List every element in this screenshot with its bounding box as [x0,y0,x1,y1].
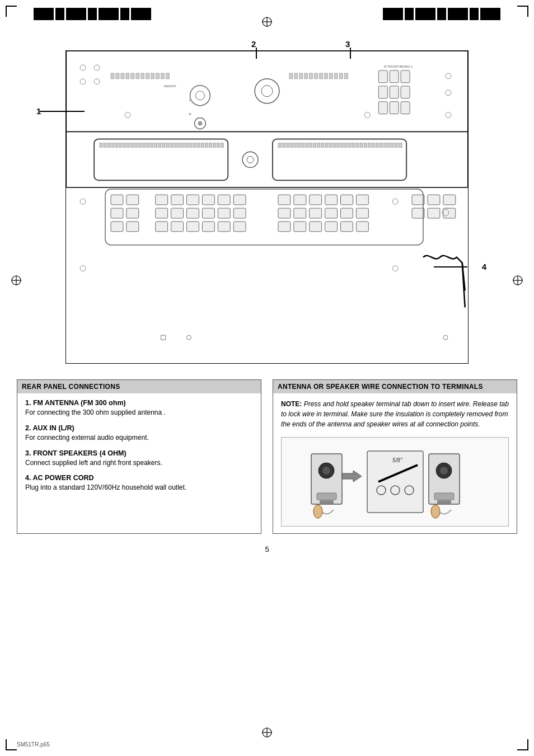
svg-rect-64 [100,143,102,147]
svg-rect-73 [135,143,138,147]
svg-rect-135 [127,195,139,205]
svg-rect-23 [121,73,124,79]
svg-rect-111 [325,143,328,147]
footer-text: SM51TR.p65 [17,741,50,748]
svg-rect-165 [294,208,306,218]
svg-rect-148 [187,208,199,218]
item-4-title: 4. AC POWER CORD [25,474,253,482]
svg-rect-150 [218,208,230,218]
svg-rect-30 [156,73,160,79]
svg-rect-41 [320,73,323,79]
svg-rect-88 [193,143,196,147]
svg-rect-36 [294,73,298,79]
page-number: 5 [17,545,517,553]
svg-rect-169 [356,208,368,218]
svg-rect-206 [437,500,451,504]
svg-rect-45 [340,73,343,79]
svg-rect-65 [104,143,106,147]
svg-rect-87 [189,143,192,147]
item-1-number: 1. [25,399,31,407]
svg-rect-95 [221,143,223,147]
svg-rect-145 [233,195,246,205]
svg-rect-113 [333,143,336,147]
svg-rect-101 [286,143,289,147]
svg-rect-26 [136,73,139,79]
rear-panel-item-4: 4. AC POWER CORD Plug into a standard 12… [25,474,253,492]
svg-rect-162 [341,195,353,205]
svg-rect-24 [126,73,129,79]
rear-panel-diagram: FM/ANT L R [65,50,469,364]
item-4-desc: Plug into a standard 120V/60Hz household… [25,483,253,492]
svg-rect-156 [218,222,230,232]
svg-rect-40 [315,73,318,79]
svg-rect-29 [151,73,154,79]
svg-rect-167 [325,208,338,218]
svg-rect-151 [233,208,246,218]
svg-rect-141 [171,195,184,205]
svg-rect-114 [337,143,340,147]
svg-rect-67 [111,143,114,147]
svg-rect-69 [119,143,122,147]
svg-rect-62 [66,132,467,187]
svg-rect-66 [107,143,110,147]
svg-rect-32 [166,73,170,79]
svg-rect-138 [111,222,123,232]
svg-rect-117 [348,143,351,147]
svg-rect-125 [380,143,382,147]
svg-rect-157 [233,222,246,232]
svg-rect-123 [372,143,374,147]
svg-rect-38 [305,73,308,79]
top-bar-right [383,8,500,20]
svg-rect-163 [356,195,368,205]
antenna-section: ANTENNA OR SPEAKER WIRE CONNECTION TO TE… [273,379,517,534]
svg-rect-49 [390,71,399,83]
rear-panel-item-3: 3. FRONT SPEAKERS (4 OHM) Connect suppli… [25,449,253,468]
svg-rect-179 [412,208,424,218]
item-4-label: AC POWER CORD [32,474,93,482]
svg-rect-119 [356,143,359,147]
svg-rect-53 [401,86,410,98]
svg-rect-56 [401,102,410,114]
svg-rect-94 [217,143,219,147]
svg-rect-109 [317,143,320,147]
label-1-line [40,111,85,112]
svg-rect-82 [170,143,173,147]
svg-rect-35 [289,73,293,79]
svg-rect-171 [294,222,306,232]
corner-mark-br [517,739,528,750]
svg-text:FM/ANT: FM/ANT [164,84,177,88]
svg-rect-79 [158,143,161,147]
item-2-label: AUX IN (L/R) [32,424,74,432]
rear-panel-item-1: 1. FM ANTENNA (FM 300 ohm) For connectin… [25,399,253,417]
svg-rect-170 [278,222,291,232]
svg-rect-126 [383,143,386,147]
svg-rect-28 [146,73,149,79]
svg-rect-54 [378,102,387,114]
svg-rect-134 [111,195,123,205]
corner-mark-tr [517,6,528,17]
diagram-container: 1 2 3 4 FM/ANT L R [65,50,469,364]
corner-mark-tl [6,6,17,17]
top-bar-left [34,8,151,20]
svg-rect-129 [395,143,398,147]
svg-rect-77 [151,143,153,147]
rear-panel-section: REAR PANEL CONNECTIONS 1. FM ANTENNA (FM… [17,379,261,534]
svg-rect-46 [345,73,348,79]
svg-rect-42 [325,73,328,79]
svg-rect-115 [341,143,344,147]
svg-text:R: R [189,112,192,116]
svg-rect-152 [156,222,168,232]
svg-rect-80 [162,143,165,147]
svg-rect-68 [115,143,118,147]
svg-rect-74 [139,143,142,147]
note-body: Press and hold speaker terminal tab down… [281,400,509,428]
note-label: NOTE: [281,400,302,408]
svg-rect-105 [302,143,305,147]
svg-rect-72 [131,143,134,147]
svg-rect-25 [131,73,134,79]
svg-rect-108 [313,143,316,147]
svg-rect-147 [171,208,184,218]
terminal-illustration: 5/8" [281,437,509,527]
svg-rect-106 [306,143,308,147]
svg-rect-92 [209,143,212,147]
